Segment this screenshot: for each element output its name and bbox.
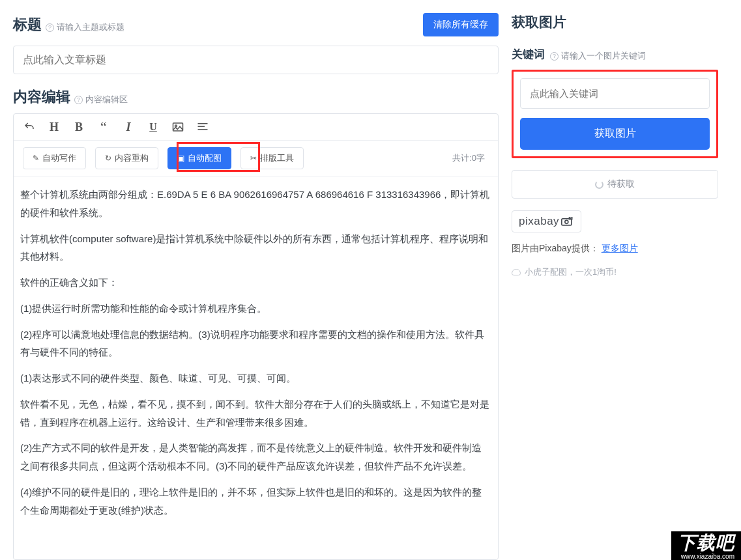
- keyword-header: 关键词 ? 请输入一个图片关键词: [512, 47, 718, 62]
- title-label: 标题: [13, 15, 42, 35]
- content-paragraph: (1)表达形式不同的硬件类型、颜色、味道、可见、可摸、可闻。: [20, 369, 491, 387]
- content-paragraph: (1)提供运行时所需功能和性能的命令或计算机程序集合。: [20, 300, 491, 318]
- picture-icon: ▣: [177, 154, 184, 163]
- content-area[interactable]: 整个计算机系统由两部分组成：E.69DA 5 E 6 BA 9062616964…: [14, 176, 498, 559]
- keyword-highlight-block: 获取图片: [512, 70, 718, 158]
- watermark: 下载吧 www.xiazaiba.com: [669, 529, 741, 560]
- title-header: 标题 ? 请输入主题或标题 清除所有缓存: [13, 13, 499, 36]
- spinner-icon: [595, 180, 603, 189]
- underline-icon[interactable]: U: [147, 120, 160, 133]
- content-paragraph: (2)生产方式不同的软件是开发，是人类智能的高发挥，而不是传统意义上的硬件制造。…: [20, 439, 491, 475]
- restructure-button[interactable]: ↻ 内容重构: [95, 147, 158, 169]
- content-paragraph: 软件的正确含义如下：: [20, 273, 491, 292]
- format-toolbar: H B “ I U: [14, 114, 498, 141]
- keyword-label: 关键词: [512, 47, 545, 62]
- credit-line: 图片由Pixabay提供： 更多图片: [512, 243, 718, 255]
- content-paragraph: 软件看不见，无色，枯燥，看不见，摸不到，闻不到。软件大部分存在于人们的头脑或纸上…: [20, 395, 491, 432]
- side-title: 获取图片: [512, 13, 718, 31]
- italic-icon[interactable]: I: [122, 120, 135, 133]
- cloud-icon: [512, 269, 521, 275]
- title-hint: ? 请输入主题或标题: [46, 21, 124, 33]
- pencil-icon: ✎: [33, 154, 39, 163]
- bold-icon[interactable]: B: [72, 120, 85, 133]
- quote-icon[interactable]: “: [97, 120, 110, 133]
- camera-icon: [561, 217, 574, 226]
- keyword-hint: ? 请输入一个图片关键词: [550, 50, 646, 62]
- editor-box: H B “ I U ✎ 自动写作 ↻ 内容重构 ▣ 自动配图: [13, 113, 499, 560]
- side-column: 获取图片 关键词 ? 请输入一个图片关键词 获取图片 待获取 pixabay 图…: [505, 0, 730, 560]
- content-paragraph: 整个计算机系统由两部分组成：E.69DA 5 E 6 BA 9062616964…: [20, 186, 491, 222]
- image-icon[interactable]: [171, 120, 184, 133]
- heading-icon[interactable]: H: [48, 120, 61, 133]
- keyword-input[interactable]: [520, 78, 710, 109]
- content-hint: ? 内容编辑区: [74, 94, 128, 105]
- refresh-icon: ↻: [105, 154, 111, 163]
- info-icon: ?: [550, 52, 559, 61]
- pending-status: 待获取: [512, 170, 718, 199]
- content-label: 内容编辑: [13, 87, 70, 107]
- pixabay-logo: pixabay: [512, 210, 581, 232]
- svg-point-6: [565, 220, 568, 223]
- svg-rect-0: [173, 123, 183, 131]
- content-paragraph: 计算机软件(computer software)是指计算机系统中除硬件以外的所有…: [20, 230, 491, 266]
- more-images-link[interactable]: 更多图片: [602, 243, 638, 253]
- action-toolbar: ✎ 自动写作 ↻ 内容重构 ▣ 自动配图 ✂ 排版工具 共计:0字: [14, 141, 498, 176]
- clear-cache-button[interactable]: 清除所有缓存: [423, 13, 499, 36]
- info-icon: ?: [46, 23, 54, 32]
- auto-write-button[interactable]: ✎ 自动写作: [23, 147, 86, 169]
- undo-icon[interactable]: [23, 120, 36, 133]
- article-title-input[interactable]: [13, 46, 499, 74]
- content-paragraph: (4)维护不同的硬件是旧的，理论上软件是旧的，并不坏，但实际上软件也是旧的和坏的…: [20, 483, 491, 520]
- layout-icon: ✂: [250, 154, 257, 163]
- footer-note: 小虎子配图，一次1淘币!: [512, 266, 718, 278]
- layout-tool-button[interactable]: ✂ 排版工具: [240, 147, 304, 169]
- main-column: 标题 ? 请输入主题或标题 清除所有缓存 内容编辑 ? 内容编辑区 H B “ …: [0, 0, 505, 560]
- auto-image-button[interactable]: ▣ 自动配图: [167, 147, 231, 169]
- svg-rect-7: [570, 217, 572, 219]
- align-icon[interactable]: [196, 120, 209, 133]
- fetch-image-button[interactable]: 获取图片: [520, 118, 710, 150]
- char-count: 共计:0字: [452, 152, 489, 164]
- svg-point-1: [175, 125, 177, 127]
- info-icon: ?: [74, 96, 83, 104]
- content-paragraph: (2)程序可以满意地处理信息的数据结构。(3)说明程序功能要求和程序需要的文档的…: [20, 326, 491, 362]
